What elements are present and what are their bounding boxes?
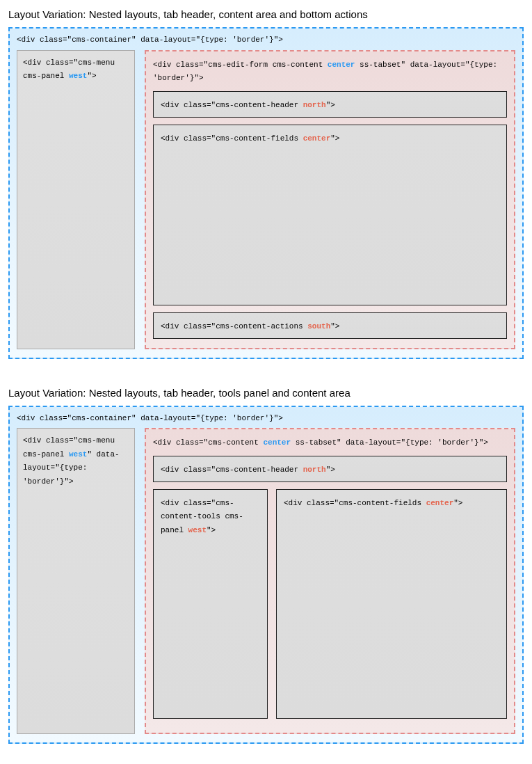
diagram2-cms-content-header: <div class="cms-content-header north"> (153, 456, 507, 482)
diagram2-cms-content: <div class="cms-content center ss-tabset… (145, 428, 515, 734)
diagram1-fields-post: "> (330, 134, 339, 143)
diagram1-cms-menu: <div class="cms-menu cms-panel west"> (17, 50, 135, 349)
diagram2-tools-post: "> (207, 526, 216, 534)
diagram2-cms-container: <div class="cms-container" data-layout="… (8, 406, 524, 745)
diagram2-tools-kw: west (188, 526, 207, 534)
diagram2-heading: Layout Variation: Nested layouts, tab he… (8, 387, 524, 399)
diagram1-cms-content-fields: <div class="cms-content-fields center"> (153, 125, 507, 305)
diagram1-fields-pre: <div class="cms-content-fields (161, 134, 303, 143)
diagram2-cms-menu: <div class="cms-menu cms-panel west" dat… (17, 428, 135, 734)
diagram2-fields-post: "> (453, 499, 462, 507)
diagram2-cms-content-tools: <div class="cms-content-tools cms-panel … (153, 489, 268, 719)
diagram1-actions-pre: <div class="cms-content-actions (161, 322, 307, 331)
diagram2-fields-pre: <div class="cms-content-fields (284, 499, 426, 507)
diagram1-actions-post: "> (330, 322, 339, 331)
diagram1-content-kw: center (328, 61, 355, 69)
diagram1-cms-container: <div class="cms-container" data-layout="… (8, 27, 524, 359)
diagram2-header-post: "> (326, 465, 335, 474)
diagram1-header-post: "> (326, 101, 335, 109)
diagram2-content-post: ss-tabset" data-layout="{type: 'border'}… (291, 438, 488, 447)
diagram2-cms-content-fields: <div class="cms-content-fields center"> (276, 489, 507, 719)
diagram2-header-kw: north (303, 465, 326, 474)
diagram1-menu-code-post: "> (87, 72, 96, 80)
diagram2-fields-kw: center (426, 499, 454, 507)
diagram2-content-kw: center (263, 438, 291, 447)
diagram1-header-kw: north (303, 101, 326, 109)
diagram1-cms-content-header: <div class="cms-content-header north"> (153, 91, 507, 118)
diagram1-container-code: <div class="cms-container" data-layout="… (17, 34, 515, 46)
diagram1-cms-content: <div class="cms-edit-form cms-content ce… (145, 50, 515, 349)
diagram1-cms-content-actions: <div class="cms-content-actions south"> (153, 312, 507, 339)
diagram2-menu-kw: west (69, 450, 87, 459)
diagram1-header-pre: <div class="cms-content-header (161, 101, 303, 109)
diagram1-content-pre: <div class="cms-edit-form cms-content (153, 61, 328, 69)
diagram2-header-pre: <div class="cms-content-header (161, 465, 303, 474)
diagram1-actions-kw: south (307, 322, 330, 331)
diagram2-container-code: <div class="cms-container" data-layout="… (17, 413, 515, 424)
diagram1-fields-kw: center (303, 134, 331, 143)
diagram1-menu-kw: west (69, 72, 87, 80)
diagram1-heading: Layout Variation: Nested layouts, tab he… (8, 8, 524, 20)
diagram2-content-pre: <div class="cms-content (153, 438, 263, 447)
